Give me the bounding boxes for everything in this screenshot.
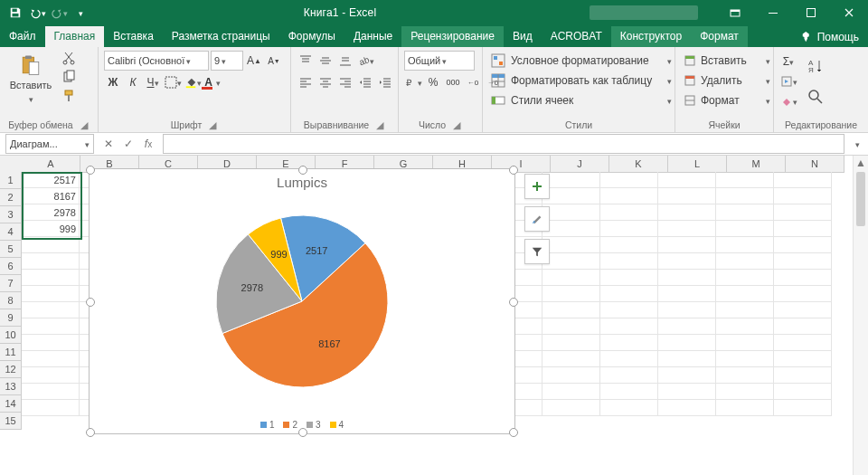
cell[interactable] — [22, 367, 80, 384]
sort-filter-button[interactable]: АЯ — [805, 52, 826, 80]
enter-formula-button[interactable]: ✓ — [119, 135, 137, 153]
accounting-format-button[interactable]: ₽ — [404, 73, 422, 91]
column-header[interactable]: M — [727, 156, 786, 173]
row-header[interactable]: 6 — [0, 258, 22, 275]
paste-button[interactable]: Вставить — [5, 49, 56, 116]
column-header[interactable]: J — [551, 156, 609, 173]
find-select-button[interactable] — [805, 83, 826, 110]
row-header[interactable]: 2 — [0, 189, 22, 206]
align-center-button[interactable] — [316, 73, 335, 91]
cell[interactable] — [774, 335, 832, 351]
cell[interactable] — [600, 400, 658, 416]
cell[interactable] — [600, 302, 658, 318]
cell[interactable] — [774, 302, 832, 318]
cell[interactable] — [542, 302, 600, 318]
cell[interactable] — [22, 318, 80, 335]
autosum-button[interactable]: Σ — [779, 52, 797, 71]
clear-button[interactable] — [779, 92, 797, 110]
cell[interactable] — [542, 335, 600, 351]
undo-button[interactable] — [27, 3, 47, 23]
column-header[interactable]: N — [786, 156, 844, 173]
tab-formulas[interactable]: Формулы — [279, 26, 344, 47]
cell[interactable] — [716, 188, 774, 204]
cell[interactable] — [658, 188, 716, 204]
row-header[interactable]: 1 — [0, 172, 22, 189]
underline-button[interactable]: Ч — [144, 73, 162, 91]
increase-indent-button[interactable] — [376, 73, 394, 91]
row-header[interactable]: 10 — [0, 327, 22, 344]
cell[interactable] — [716, 237, 774, 253]
cell[interactable] — [716, 270, 774, 286]
cancel-formula-button[interactable]: ✕ — [99, 135, 118, 153]
cell[interactable] — [658, 318, 716, 335]
tab-acrobat[interactable]: ACROBAT — [542, 26, 611, 47]
conditional-formatting-button[interactable]: Условное форматирование — [488, 51, 675, 71]
chart-title[interactable]: Lumpics — [90, 175, 514, 190]
format-painter-button[interactable] — [60, 87, 78, 105]
resize-handle-nw[interactable] — [86, 166, 95, 175]
cell[interactable]: 999 — [22, 221, 80, 237]
cell[interactable] — [542, 270, 600, 286]
cell[interactable] — [716, 172, 774, 188]
cell[interactable] — [600, 367, 658, 384]
font-name-combo[interactable]: Calibri (Основної — [104, 51, 209, 71]
cell[interactable] — [22, 286, 80, 302]
cell[interactable] — [600, 188, 658, 204]
cell[interactable] — [658, 172, 716, 188]
align-left-button[interactable] — [297, 73, 315, 91]
column-header[interactable]: L — [668, 156, 727, 173]
bold-button[interactable]: Ж — [104, 73, 122, 91]
minimize-button[interactable] — [754, 0, 792, 25]
pie-chart-plot[interactable] — [90, 193, 514, 410]
redo-button[interactable] — [49, 3, 69, 23]
font-dialog-launcher[interactable]: ◢ — [207, 119, 218, 130]
cell[interactable] — [774, 318, 832, 335]
cell[interactable] — [774, 270, 832, 286]
number-dialog-launcher[interactable]: ◢ — [451, 119, 462, 130]
format-cells-button[interactable]: Формат — [681, 90, 773, 110]
cell[interactable] — [22, 384, 80, 400]
row-header[interactable]: 3 — [0, 206, 22, 223]
close-button[interactable] — [830, 0, 868, 25]
tab-data[interactable]: Данные — [344, 26, 401, 47]
formula-expand-button[interactable] — [850, 138, 864, 150]
cell[interactable] — [716, 400, 774, 416]
cell[interactable] — [542, 204, 600, 221]
clipboard-dialog-launcher[interactable]: ◢ — [79, 119, 90, 130]
cell[interactable] — [542, 221, 600, 237]
cell[interactable] — [22, 253, 80, 270]
increase-decimal-button[interactable]: ←0 — [464, 73, 482, 91]
cell[interactable] — [774, 204, 832, 221]
row-header[interactable]: 14 — [0, 395, 22, 413]
tab-chart-design[interactable]: Конструктор — [611, 26, 691, 47]
cell[interactable] — [542, 253, 600, 270]
cell[interactable] — [600, 286, 658, 302]
cell[interactable] — [600, 221, 658, 237]
cell[interactable] — [600, 204, 658, 221]
cell[interactable] — [22, 335, 80, 351]
cell[interactable] — [600, 172, 658, 188]
cell[interactable] — [658, 270, 716, 286]
cell[interactable] — [542, 400, 600, 416]
cell[interactable] — [774, 286, 832, 302]
chart-styles-button[interactable] — [524, 206, 550, 232]
tab-home[interactable]: Главная — [45, 26, 105, 47]
cell[interactable] — [716, 318, 774, 335]
cell[interactable] — [774, 351, 832, 367]
tab-page-layout[interactable]: Разметка страницы — [163, 26, 279, 47]
cell[interactable] — [716, 253, 774, 270]
row-header[interactable]: 9 — [0, 309, 22, 327]
tab-chart-format[interactable]: Формат — [691, 26, 748, 47]
fill-color-button[interactable] — [184, 73, 202, 91]
cell[interactable] — [22, 351, 80, 367]
row-header[interactable]: 8 — [0, 292, 22, 309]
delete-cells-button[interactable]: Удалить — [681, 71, 773, 90]
cell[interactable] — [22, 302, 80, 318]
decrease-indent-button[interactable] — [356, 73, 374, 91]
select-all-corner[interactable] — [0, 156, 23, 173]
border-button[interactable] — [164, 73, 182, 91]
align-right-button[interactable] — [336, 73, 354, 91]
legend-item[interactable]: 4 — [330, 420, 344, 430]
scroll-thumb[interactable] — [856, 172, 865, 226]
cell[interactable] — [774, 237, 832, 253]
